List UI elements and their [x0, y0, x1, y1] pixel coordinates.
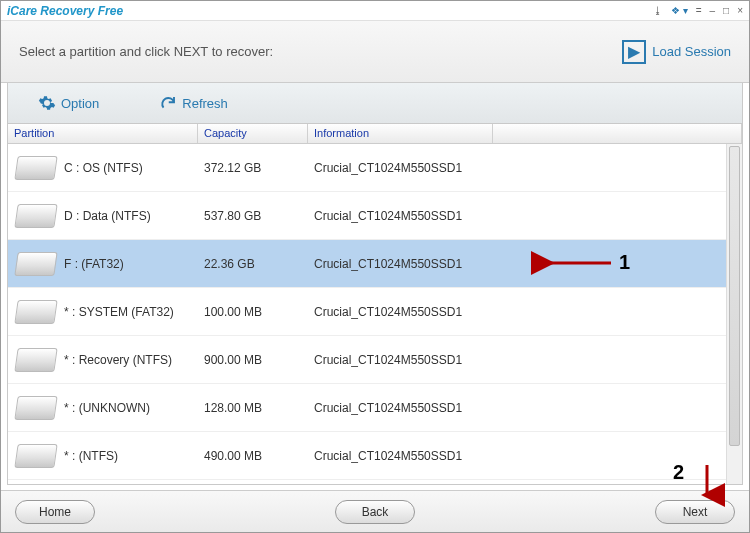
- info-cell: Crucial_CT1024M550SSD1: [308, 353, 493, 367]
- drive-icon: [14, 156, 57, 180]
- capacity-cell: 537.80 GB: [198, 209, 308, 223]
- col-information[interactable]: Information: [308, 124, 493, 143]
- info-cell: Crucial_CT1024M550SSD1: [308, 401, 493, 415]
- drive-icon: [14, 204, 57, 228]
- capacity-cell: 900.00 MB: [198, 353, 308, 367]
- table-row[interactable]: F : (FAT32)22.36 GBCrucial_CT1024M550SSD…: [8, 240, 726, 288]
- partition-name: C : OS (NTFS): [64, 161, 143, 175]
- back-button[interactable]: Back: [335, 500, 415, 524]
- partition-name: D : Data (NTFS): [64, 209, 151, 223]
- table-row[interactable]: * : Recovery (NTFS)900.00 MBCrucial_CT10…: [8, 336, 726, 384]
- maximize-icon[interactable]: □: [723, 5, 729, 16]
- drive-icon: [14, 252, 57, 276]
- home-button[interactable]: Home: [15, 500, 95, 524]
- table-row[interactable]: D : Data (NTFS)537.80 GBCrucial_CT1024M5…: [8, 192, 726, 240]
- col-empty: [493, 124, 742, 143]
- partition-name: * : SYSTEM (FAT32): [64, 305, 174, 319]
- globe-icon[interactable]: ❖ ▾: [671, 5, 688, 16]
- info-cell: Crucial_CT1024M550SSD1: [308, 257, 493, 271]
- instruction-text: Select a partition and click NEXT to rec…: [19, 44, 622, 59]
- option-button[interactable]: Option: [38, 94, 99, 112]
- load-session-icon: ▶: [622, 40, 646, 64]
- close-icon[interactable]: ×: [737, 5, 743, 16]
- capacity-cell: 128.00 MB: [198, 401, 308, 415]
- info-cell: Crucial_CT1024M550SSD1: [308, 209, 493, 223]
- header: Select a partition and click NEXT to rec…: [1, 21, 749, 83]
- capacity-cell: 22.36 GB: [198, 257, 308, 271]
- partition-name: * : Recovery (NTFS): [64, 353, 172, 367]
- table-row[interactable]: C : OS (NTFS)372.12 GBCrucial_CT1024M550…: [8, 144, 726, 192]
- table-header: Partition Capacity Information: [8, 124, 742, 144]
- col-capacity[interactable]: Capacity: [198, 124, 308, 143]
- drive-icon: [14, 348, 57, 372]
- load-session-label: Load Session: [652, 44, 731, 59]
- partition-table: Partition Capacity Information C : OS (N…: [7, 123, 743, 485]
- drive-icon: [14, 300, 57, 324]
- next-button[interactable]: Next: [655, 500, 735, 524]
- gear-icon: [38, 94, 56, 112]
- capacity-cell: 100.00 MB: [198, 305, 308, 319]
- drive-icon: [14, 396, 57, 420]
- toolbar: Option Refresh: [7, 83, 743, 123]
- download-icon[interactable]: ⭳: [653, 5, 663, 16]
- minimize-icon[interactable]: –: [710, 5, 716, 16]
- table-body: C : OS (NTFS)372.12 GBCrucial_CT1024M550…: [8, 144, 726, 484]
- col-partition[interactable]: Partition: [8, 124, 198, 143]
- home-label: Home: [39, 505, 71, 519]
- partition-name: F : (FAT32): [64, 257, 124, 271]
- divider-icon: =: [696, 5, 702, 16]
- refresh-label: Refresh: [182, 96, 228, 111]
- info-cell: Crucial_CT1024M550SSD1: [308, 305, 493, 319]
- refresh-button[interactable]: Refresh: [159, 94, 228, 112]
- back-label: Back: [362, 505, 389, 519]
- refresh-icon: [159, 94, 177, 112]
- partition-name: * : (NTFS): [64, 449, 118, 463]
- scrollbar[interactable]: [726, 144, 742, 484]
- info-cell: Crucial_CT1024M550SSD1: [308, 161, 493, 175]
- title-bar: iCare Recovery Free ⭳ ❖ ▾ = – □ ×: [1, 1, 749, 21]
- table-row[interactable]: * : (UNKNOWN)128.00 MBCrucial_CT1024M550…: [8, 384, 726, 432]
- partition-name: * : (UNKNOWN): [64, 401, 150, 415]
- load-session-button[interactable]: ▶ Load Session: [622, 40, 731, 64]
- footer: Home Back Next: [1, 490, 749, 532]
- scrollbar-thumb[interactable]: [729, 146, 740, 446]
- capacity-cell: 490.00 MB: [198, 449, 308, 463]
- app-title: iCare Recovery Free: [7, 4, 653, 18]
- next-label: Next: [683, 505, 708, 519]
- info-cell: Crucial_CT1024M550SSD1: [308, 449, 493, 463]
- drive-icon: [14, 444, 57, 468]
- window-controls: ⭳ ❖ ▾ = – □ ×: [653, 5, 743, 16]
- table-row[interactable]: * : SYSTEM (FAT32)100.00 MBCrucial_CT102…: [8, 288, 726, 336]
- option-label: Option: [61, 96, 99, 111]
- capacity-cell: 372.12 GB: [198, 161, 308, 175]
- table-row[interactable]: * : (NTFS)490.00 MBCrucial_CT1024M550SSD…: [8, 432, 726, 480]
